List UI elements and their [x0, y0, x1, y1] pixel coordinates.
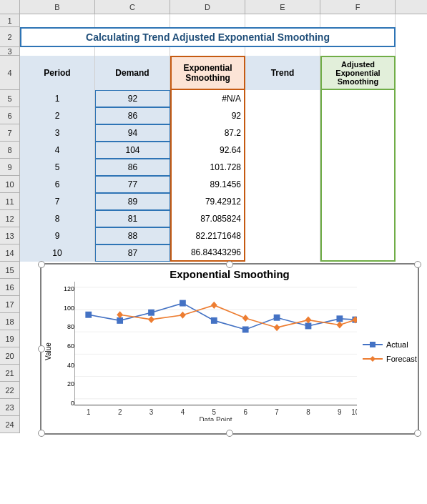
chart-handle-br[interactable] — [414, 430, 421, 437]
table-row: 8 4 104 92.64 — [0, 142, 427, 159]
forecast-marker-4 — [180, 312, 186, 319]
row-num-15: 15 — [0, 262, 20, 279]
actual-marker-6 — [242, 327, 249, 333]
actual-marker-4 — [180, 300, 186, 307]
cell-adj-1 — [320, 90, 396, 107]
row-num-7: 7 — [0, 124, 20, 142]
header-adj-smoothing: Adjusted Exponential Smoothing — [320, 56, 396, 90]
row-num-16: 16 — [0, 279, 20, 296]
table-row: 7 3 94 87.2 — [0, 124, 427, 142]
row-num-23: 23 — [0, 399, 20, 416]
cell-period-1: 1 — [20, 90, 95, 107]
row-num-18: 18 — [0, 313, 20, 330]
cell-trend-1 — [245, 90, 320, 107]
cell-c3 — [95, 47, 170, 56]
x-tick-9: 9 — [338, 408, 342, 416]
spreadsheet: B C D E F 1 2 Calculating Trend Adjusted… — [0, 0, 427, 504]
x-tick-8: 8 — [306, 408, 310, 416]
row-num-24: 24 — [0, 416, 20, 433]
y-tick-0: 0 — [54, 400, 74, 407]
row-num-9: 9 — [0, 159, 20, 176]
table-row: 11 7 89 79.42912 — [0, 193, 427, 210]
row-num-17: 17 — [0, 296, 20, 313]
legend-actual: Actual — [363, 340, 418, 349]
legend-forecast-icon — [363, 355, 383, 363]
x-tick-1: 1 — [87, 408, 91, 416]
forecast-marker-5 — [211, 302, 217, 309]
table-row: 13 9 88 82.2171648 — [0, 227, 427, 244]
x-tick-3: 3 — [149, 408, 154, 416]
chart-legend: Actual Forecast — [357, 282, 418, 421]
chart-handle-tl[interactable] — [38, 261, 45, 268]
row-num-22: 22 — [0, 382, 20, 399]
y-tick-100: 100 — [54, 305, 74, 312]
forecast-marker-8 — [305, 317, 312, 324]
chart-handle-tr[interactable] — [414, 261, 421, 268]
cell-trend-2 — [245, 107, 320, 124]
y-tick-80: 80 — [54, 323, 74, 330]
y-tick-120: 120 — [54, 285, 74, 292]
cell-d1 — [170, 14, 245, 27]
svg-rect-9 — [370, 342, 376, 347]
x-tick-6: 6 — [243, 408, 247, 416]
row-num-12: 12 — [0, 210, 20, 227]
x-tick-4: 4 — [181, 408, 185, 416]
actual-marker-5 — [211, 317, 217, 324]
row-num-8: 8 — [0, 142, 20, 159]
cell-b1 — [20, 14, 95, 27]
table-row: 9 5 86 101.728 — [0, 159, 427, 176]
col-header-e: E — [245, 0, 320, 14]
spreadsheet-title: Calculating Trend Adjusted Exponential S… — [20, 27, 396, 47]
legend-forecast-label: Forecast — [386, 355, 417, 363]
row-num-14: 14 — [0, 244, 20, 262]
actual-marker-7 — [274, 315, 280, 321]
cell-adj-2 — [320, 107, 396, 124]
cell-f3 — [320, 47, 396, 56]
actual-marker-3 — [148, 310, 154, 316]
x-tick-10: 10 — [351, 408, 357, 416]
actual-marker-1 — [85, 312, 92, 318]
row-num-2: 2 — [0, 27, 20, 47]
cell-demand-1: 92 — [95, 90, 170, 107]
row-num-10: 10 — [0, 176, 20, 193]
table-row: 12 8 81 87.085824 — [0, 210, 427, 227]
forecast-marker-2 — [117, 311, 123, 318]
cell-demand-2: 86 — [95, 107, 170, 124]
forecast-marker-6 — [242, 315, 249, 322]
header-trend: Trend — [245, 56, 320, 90]
col-header-d: D — [170, 0, 245, 14]
x-tick-2: 2 — [118, 408, 122, 416]
row-num-6: 6 — [0, 107, 20, 124]
cell-exp-1: #N/A — [170, 90, 245, 107]
table-row: 10 6 77 89.1456 — [0, 176, 427, 193]
cell-c1 — [95, 14, 170, 27]
row-num-4: 4 — [0, 56, 20, 90]
legend-actual-icon — [363, 340, 383, 349]
table-row: 14 10 87 86.84343296 — [0, 244, 427, 262]
row-num-11: 11 — [0, 193, 20, 210]
header-period: Period — [20, 56, 95, 90]
cell-e1 — [245, 14, 320, 27]
y-axis-label: Value — [44, 342, 52, 360]
y-tick-20: 20 — [54, 380, 74, 387]
row-num-20: 20 — [0, 347, 20, 365]
actual-marker-9 — [336, 315, 343, 322]
table-row: 6 2 86 92 — [0, 107, 427, 124]
chart-handle-tm[interactable] — [226, 261, 233, 268]
chart-svg: 1 2 3 4 5 6 7 8 9 10 Data Point — [74, 282, 357, 421]
forecast-marker-9 — [336, 321, 343, 328]
row-num-13: 13 — [0, 227, 20, 244]
cell-period-2: 2 — [20, 107, 95, 124]
forecast-marker-3 — [148, 316, 154, 323]
col-header-c: C — [95, 0, 170, 14]
chart-handle-bl[interactable] — [38, 430, 45, 437]
row-num-5: 5 — [0, 90, 20, 107]
row-num-21: 21 — [0, 365, 20, 382]
row-num-3: 3 — [0, 47, 20, 56]
legend-forecast: Forecast — [363, 355, 418, 363]
actual-marker-8 — [305, 322, 312, 329]
actual-marker-2 — [117, 317, 123, 324]
y-tick-40: 40 — [54, 362, 74, 369]
chart-container: Exponential Smoothing Value 120 100 80 6… — [40, 263, 419, 435]
chart-handle-bm[interactable] — [226, 430, 233, 437]
